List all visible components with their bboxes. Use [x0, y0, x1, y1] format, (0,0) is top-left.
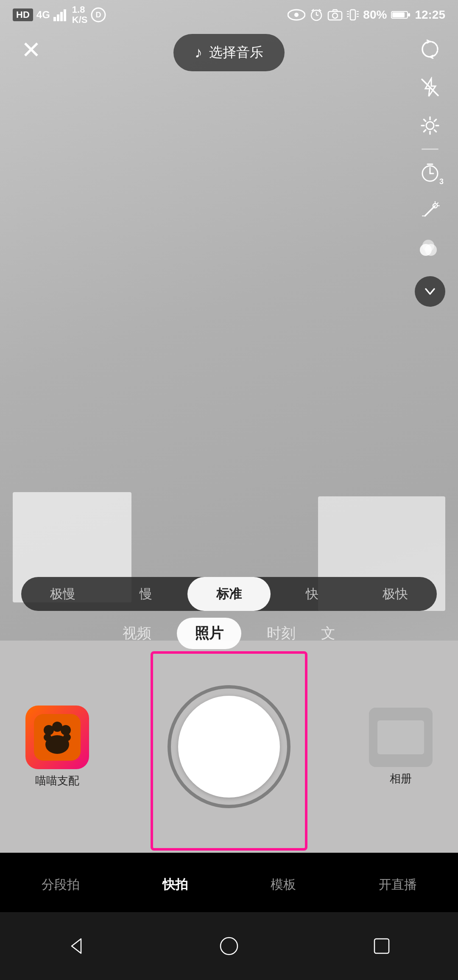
mode-video[interactable]: 视频: [123, 624, 151, 643]
data-manager-icon: D: [91, 7, 106, 22]
svg-text:D: D: [96, 11, 101, 19]
camera-controls: 喵喵支配 相册: [0, 641, 458, 853]
bottom-nav: 分段拍 快拍 模板 开直播: [0, 857, 458, 912]
app-icon[interactable]: [25, 706, 89, 769]
mode-tabs: 视频 照片 时刻 文: [0, 609, 458, 658]
svg-rect-23: [392, 12, 405, 17]
timer-button[interactable]: 3: [415, 157, 445, 188]
chevron-down-button[interactable]: [415, 276, 445, 307]
status-right: 80% 12:25: [288, 8, 445, 22]
hd-badge: HD: [13, 8, 33, 21]
svg-rect-48: [377, 720, 424, 754]
album-thumbnail[interactable]: [369, 708, 433, 767]
speed-item-very-fast[interactable]: 极快: [354, 577, 437, 611]
svg-rect-0: [53, 17, 56, 21]
svg-rect-3: [64, 9, 66, 21]
bottom-nav-quick[interactable]: 快拍: [162, 876, 188, 893]
speed-selector: 极慢 慢 标准 快 极快: [21, 577, 437, 611]
home-button[interactable]: [214, 931, 244, 961]
back-button[interactable]: [61, 931, 91, 961]
speed-text: 1.8K/S: [72, 5, 88, 25]
recent-apps-button[interactable]: [367, 931, 397, 961]
settings-button[interactable]: [415, 110, 445, 141]
svg-point-50: [221, 938, 237, 955]
bottom-nav-template[interactable]: 模板: [271, 876, 296, 893]
speed-item-fast[interactable]: 快: [271, 577, 354, 611]
bottom-nav-live[interactable]: 开直播: [379, 876, 417, 893]
magic-wand-button[interactable]: [415, 196, 445, 226]
album-label: 相册: [390, 771, 412, 786]
signal-icon: [53, 8, 69, 21]
app-name-label: 喵喵支配: [35, 773, 79, 788]
mode-text[interactable]: 文: [321, 624, 335, 643]
right-toolbar: 3: [415, 34, 445, 307]
svg-line-35: [437, 203, 438, 204]
battery-percent: 80%: [363, 8, 387, 22]
system-nav: [0, 912, 458, 980]
status-left: HD 4G 1.8K/S D: [13, 5, 106, 25]
color-wheel-button[interactable]: [415, 234, 445, 264]
svg-marker-49: [72, 939, 81, 953]
svg-rect-24: [408, 13, 410, 17]
svg-point-26: [426, 122, 434, 129]
svg-point-7: [294, 13, 299, 17]
music-button-label: 选择音乐: [209, 43, 263, 62]
music-note-icon: ♪: [195, 44, 202, 62]
speed-item-standard[interactable]: 标准: [187, 577, 271, 611]
svg-rect-2: [60, 12, 63, 21]
timer-badge: 3: [439, 177, 444, 186]
speed-item-very-slow[interactable]: 极慢: [21, 577, 104, 611]
music-select-button[interactable]: ♪ 选择音乐: [173, 34, 285, 71]
app-icon-container: 喵喵支配: [25, 706, 89, 788]
svg-rect-15: [350, 10, 355, 20]
time-display: 12:25: [415, 8, 445, 22]
flip-camera-button[interactable]: [415, 34, 445, 64]
camera-status-icon: [327, 9, 343, 21]
svg-point-14: [332, 13, 338, 18]
svg-point-46: [63, 734, 71, 741]
close-button[interactable]: ✕: [21, 36, 41, 64]
vibrate-icon: [347, 8, 359, 22]
toolbar-divider: [422, 148, 438, 150]
battery-icon: [391, 10, 411, 20]
shutter-button[interactable]: [178, 696, 280, 798]
eye-icon: [288, 9, 305, 21]
mode-moment[interactable]: 时刻: [267, 624, 296, 643]
network-icon: 4G: [36, 9, 50, 21]
flash-button[interactable]: [415, 72, 445, 103]
svg-point-45: [44, 734, 51, 741]
svg-point-43: [61, 725, 71, 735]
speed-item-slow[interactable]: 慢: [104, 577, 187, 611]
svg-rect-1: [57, 14, 59, 21]
mode-photo[interactable]: 照片: [177, 618, 241, 649]
status-bar: HD 4G 1.8K/S D: [0, 0, 458, 30]
alarm-icon: [310, 8, 323, 22]
svg-point-39: [422, 240, 434, 252]
shutter-area: [168, 685, 290, 808]
shutter-outline: [168, 685, 290, 808]
album-container: 相册: [369, 708, 433, 786]
bottom-nav-segment[interactable]: 分段拍: [42, 876, 80, 893]
svg-rect-51: [374, 939, 389, 953]
